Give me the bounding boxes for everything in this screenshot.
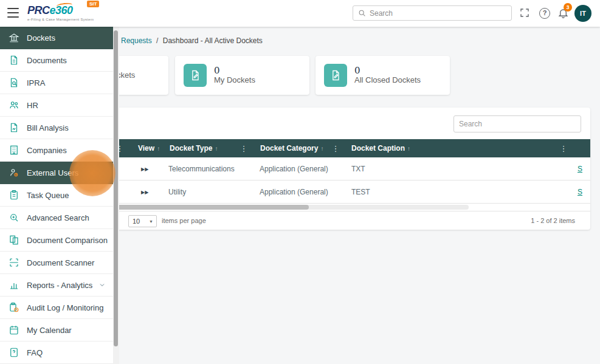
sidebar-item-reports-analytics[interactable]: Reports - Analytics: [0, 274, 113, 297]
horizontal-scrollbar-thumb[interactable]: [109, 205, 309, 210]
sidebar-item-advanced-search[interactable]: Advanced Search: [0, 207, 113, 229]
sort-icon: ↑: [320, 145, 323, 152]
grid-search-input[interactable]: [453, 115, 581, 132]
card-label: All Closed Dockets: [354, 75, 421, 85]
bar-chart-icon: [9, 280, 19, 290]
card-count: 0: [354, 66, 421, 75]
dropdown-arrow-icon: ▼: [149, 219, 156, 224]
clipboard-clock-icon: [9, 302, 19, 313]
cell-docket-type: Utility: [168, 188, 186, 196]
dockets-grid-panel: ⋮ View↑ Docket Type↑ ⋮ Docket Category↑ …: [109, 108, 590, 230]
sort-icon: ↑: [157, 145, 160, 152]
notification-count-badge: 3: [564, 3, 572, 12]
document-icon: [9, 55, 19, 66]
expand-row-icon[interactable]: ▶▶: [141, 166, 148, 171]
sidebar-item-documents[interactable]: Documents: [0, 49, 113, 72]
top-bar: PRCe360 e-Filing & Case Management Syste…: [0, 0, 600, 27]
column-menu-icon[interactable]: ⋮: [331, 144, 340, 153]
row-action-link[interactable]: S: [578, 165, 582, 173]
sidebar-item-audit-log[interactable]: Audit Log / Monitoring: [0, 297, 113, 319]
card-my-dockets[interactable]: 0 My Dockets: [175, 56, 309, 95]
docket-card-icon: [184, 64, 207, 87]
row-action-link[interactable]: S: [578, 188, 582, 196]
sidebar-item-companies[interactable]: Companies: [0, 139, 113, 162]
edit-document-icon: [189, 69, 201, 81]
sort-icon: ↑: [215, 145, 218, 152]
documents-compare-icon: [9, 235, 19, 246]
sidebar-item-external-users[interactable]: External Users: [0, 162, 113, 184]
hamburger-menu-icon[interactable]: [7, 8, 19, 18]
sidebar-item-hr[interactable]: HR: [0, 94, 113, 117]
docket-card-icon: [324, 64, 347, 87]
sidebar-nav: Dockets Documents IPRA HR Bill Analysis: [0, 27, 113, 364]
grid-header-row: ⋮ View↑ Docket Type↑ ⋮ Docket Category↑ …: [109, 139, 590, 157]
sidebar-item-task-queue[interactable]: Task Queue: [0, 184, 113, 207]
users-icon: [9, 100, 19, 111]
column-header-view[interactable]: View↑: [138, 144, 160, 153]
sidebar-item-document-comparison[interactable]: Document Comparison: [0, 229, 113, 252]
card-count: 0: [214, 66, 255, 75]
expand-row-icon[interactable]: ▶▶: [141, 189, 148, 194]
app-logo[interactable]: PRCe360 e-Filing & Case Management Syste…: [27, 4, 94, 21]
sidebar-item-ipra[interactable]: IPRA: [0, 72, 113, 94]
column-menu-icon[interactable]: ⋮: [559, 144, 568, 153]
breadcrumb: Requests / Dashboard - All Active Docket…: [121, 36, 263, 45]
scanner-icon: [9, 257, 19, 268]
global-search: [353, 5, 512, 21]
chevron-down-icon: [98, 281, 106, 289]
column-header-docket-caption[interactable]: Docket Caption↑: [351, 144, 410, 153]
sidebar-item-document-scanner[interactable]: Document Scanner: [0, 252, 113, 274]
card-all-closed-dockets[interactable]: 0 All Closed Dockets: [316, 56, 450, 95]
document-search-icon: [9, 77, 19, 88]
environment-badge: SIT: [87, 1, 99, 7]
cell-docket-category: Application (General): [260, 188, 328, 196]
page-size-suffix: items per page: [162, 217, 206, 224]
calendar-icon: [9, 325, 19, 335]
cell-docket-caption: TXT: [351, 165, 365, 173]
user-avatar[interactable]: IT: [574, 5, 591, 22]
page-size-value: 10: [129, 218, 149, 225]
user-gear-icon: [9, 167, 19, 178]
document-chart-icon: [9, 122, 19, 133]
global-search-input[interactable]: [370, 9, 506, 18]
sort-icon: ↑: [407, 145, 410, 152]
search-settings-icon: [9, 212, 19, 223]
card-label: My Dockets: [214, 75, 255, 85]
pagination-range: 1 - 2 of 2 items: [531, 217, 575, 224]
clipboard-list-icon: [9, 190, 19, 201]
edit-document-icon: [329, 69, 342, 81]
bank-icon: [9, 32, 19, 43]
cell-docket-category: Application (General): [260, 165, 328, 173]
horizontal-scrollbar[interactable]: [109, 205, 469, 210]
sidebar-item-bill-analysis[interactable]: Bill Analysis: [0, 117, 113, 139]
search-icon: [358, 9, 366, 17]
cell-docket-caption: TEST: [351, 188, 370, 196]
column-header-docket-type[interactable]: Docket Type↑: [170, 144, 218, 153]
column-menu-icon[interactable]: ⋮: [240, 144, 248, 153]
sidebar-item-faq[interactable]: FAQ: [0, 342, 113, 364]
table-row[interactable]: ▶▶ Telecommunications Application (Gener…: [109, 157, 590, 180]
page-size-select[interactable]: 10 ▼: [128, 215, 157, 227]
sidebar-item-my-calendar[interactable]: My Calendar: [0, 319, 113, 342]
faq-icon: [9, 347, 19, 358]
help-icon[interactable]: ?: [539, 8, 550, 19]
column-header-docket-category[interactable]: Docket Category↑: [260, 144, 323, 153]
building-icon: [9, 145, 19, 156]
app-root: Requests / Dashboard - All Active Docket…: [0, 0, 600, 364]
breadcrumb-requests-link[interactable]: Requests: [121, 36, 152, 45]
breadcrumb-separator: /: [156, 36, 158, 45]
fullscreen-icon[interactable]: [519, 7, 531, 19]
breadcrumb-current-page: Dashboard - All Active Dockets: [163, 36, 263, 45]
sidebar-scrollbar[interactable]: [113, 27, 119, 364]
table-row[interactable]: ▶▶ Utility Application (General) TEST S: [109, 180, 590, 204]
sidebar-scrollbar-thumb[interactable]: [114, 30, 118, 346]
logo-tagline: e-Filing & Case Management System: [27, 18, 94, 21]
logo-prc-text: PRC: [27, 4, 50, 16]
grid-pagination: 10 ▼ items per page 1 - 2 of 2 items: [109, 211, 590, 230]
sidebar-item-dockets[interactable]: Dockets: [0, 27, 113, 49]
cell-docket-type: Telecommunications: [168, 165, 235, 173]
